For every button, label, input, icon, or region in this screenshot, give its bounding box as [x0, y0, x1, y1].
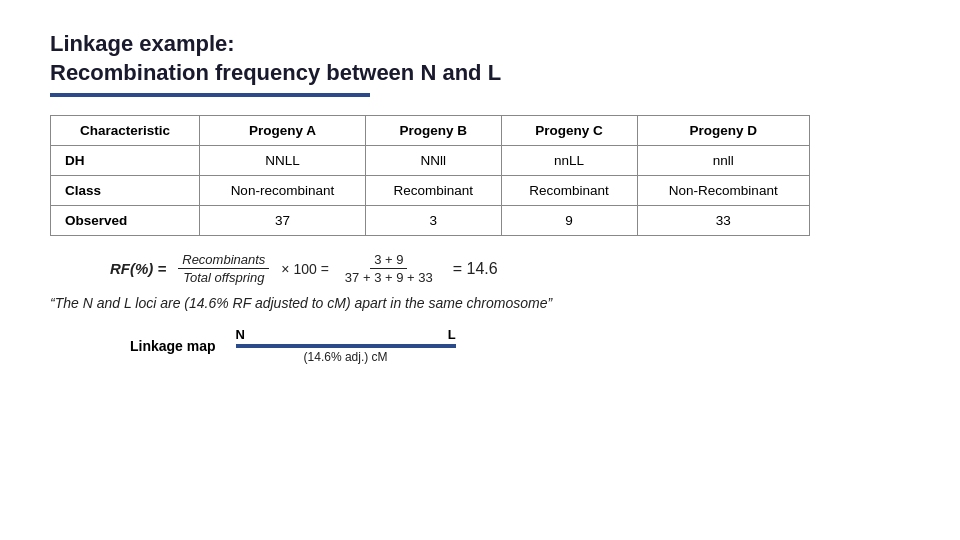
row-label-0: DH	[51, 146, 200, 176]
title-line1: Linkage example:	[50, 31, 235, 56]
cell-r1-c3: Non-Recombinant	[637, 176, 810, 206]
cell-r2-c3: 33	[637, 206, 810, 236]
linkage-line-container: N L (14.6% adj.) cM	[236, 327, 456, 364]
data-table: Characteristic Progeny A Progeny B Proge…	[50, 115, 810, 236]
cell-r2-c1: 3	[365, 206, 501, 236]
cell-r2-c2: 9	[501, 206, 637, 236]
formula-display: RF(%) = Recombinants Total offspring × 1…	[110, 252, 910, 285]
fraction-recomb: Recombinants Total offspring	[178, 252, 269, 285]
quote-text: “The N and L loci are (14.6% RF adjusted…	[50, 295, 910, 311]
col-header-progeny-c: Progeny C	[501, 116, 637, 146]
cell-r0-c3: nnll	[637, 146, 810, 176]
row-label-1: Class	[51, 176, 200, 206]
linkage-line	[236, 344, 456, 348]
col-header-progeny-a: Progeny A	[199, 116, 365, 146]
linkage-map-area: Linkage map N L (14.6% adj.) cM	[130, 327, 910, 364]
col-header-progeny-b: Progeny B	[365, 116, 501, 146]
linkage-map-label: Linkage map	[130, 338, 216, 354]
marker-n: N	[236, 327, 245, 342]
table-row: ClassNon-recombinantRecombinantRecombina…	[51, 176, 810, 206]
cell-r0-c0: NNLL	[199, 146, 365, 176]
cell-r1-c0: Non-recombinant	[199, 176, 365, 206]
title-line2: Recombination frequency between N and L	[50, 60, 501, 85]
linkage-markers: N L	[236, 327, 456, 342]
cell-r1-c1: Recombinant	[365, 176, 501, 206]
result-label: = 14.6	[453, 260, 498, 278]
linkage-sub: (14.6% adj.) cM	[304, 350, 388, 364]
page-title: Linkage example: Recombination frequency…	[50, 30, 910, 87]
calc-denominator: 37 + 3 + 9 + 33	[341, 269, 437, 285]
cell-r0-c2: nnLL	[501, 146, 637, 176]
table-row: Observed373933	[51, 206, 810, 236]
fraction-numerator: Recombinants	[178, 252, 269, 269]
rf-label: RF(%) =	[110, 260, 166, 277]
title-underline	[50, 93, 370, 97]
table-header-row: Characteristic Progeny A Progeny B Proge…	[51, 116, 810, 146]
multiply-label: × 100 =	[281, 261, 329, 277]
table-row: DHNNLLNNllnnLLnnll	[51, 146, 810, 176]
data-table-wrapper: Characteristic Progeny A Progeny B Proge…	[50, 115, 910, 236]
marker-l: L	[448, 327, 456, 342]
col-header-characteristic: Characteristic	[51, 116, 200, 146]
row-label-2: Observed	[51, 206, 200, 236]
calc-numerator: 3 + 9	[370, 252, 407, 269]
cell-r2-c0: 37	[199, 206, 365, 236]
fraction-calc: 3 + 9 37 + 3 + 9 + 33	[341, 252, 437, 285]
cell-r1-c2: Recombinant	[501, 176, 637, 206]
fraction-denominator: Total offspring	[179, 269, 268, 285]
col-header-progeny-d: Progeny D	[637, 116, 810, 146]
page: Linkage example: Recombination frequency…	[0, 0, 960, 540]
formula-area: RF(%) = Recombinants Total offspring × 1…	[50, 252, 910, 285]
cell-r0-c1: NNll	[365, 146, 501, 176]
